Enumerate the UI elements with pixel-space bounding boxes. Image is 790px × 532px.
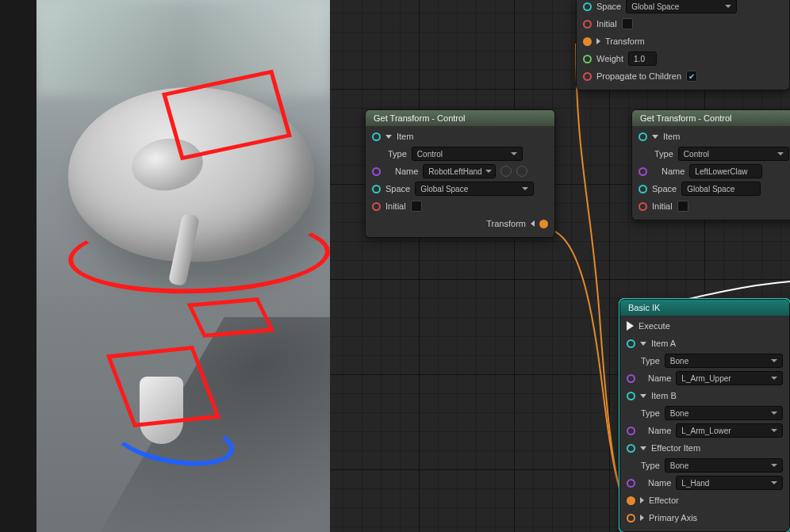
dropdown-space[interactable]: Global Space [626,0,737,13]
pin-in[interactable] [372,167,381,176]
label-initial: Initial [385,201,406,211]
viewport-3d[interactable] [36,0,330,532]
dropdown-name[interactable]: L_Hand [676,476,783,490]
label-space: Space [652,184,677,193]
collapse-icon[interactable] [640,446,646,450]
label-name: Name [395,166,418,176]
node-basic-ik[interactable]: Basic IK Execute Item A Type Bone Name L… [619,299,790,532]
pin-in[interactable] [627,392,635,400]
label-space: Space [596,2,621,11]
label-type: Type [654,149,673,159]
search-icon[interactable] [516,166,527,177]
dropdown-type[interactable]: Bone [665,406,783,420]
pin-in-effector[interactable] [627,496,635,505]
viewport-background [36,0,330,95]
label-name: Name [662,166,685,176]
label-item-a: Item A [651,339,676,348]
dropdown-name[interactable]: RobotLeftHand [423,164,496,178]
label-primary-axis: Primary Axis [649,513,697,522]
node-title: Get Transform - Control [366,110,554,126]
label-type: Type [641,356,660,366]
label-transform-out: Transform [486,219,526,228]
label-name: Name [648,478,671,488]
pin-in-transform[interactable] [583,37,592,46]
expand-icon[interactable] [640,497,644,503]
collapse-icon[interactable] [640,342,646,346]
pin-in[interactable] [639,132,647,141]
pin-in[interactable] [639,185,647,193]
pin-in[interactable] [372,202,381,211]
dropdown-type[interactable]: Bone [665,458,783,473]
pin-in[interactable] [639,202,647,211]
checkbox-initial[interactable] [622,18,633,29]
expand-icon[interactable] [596,38,600,44]
pin-out-transform[interactable] [539,220,548,228]
label-item-b: Item B [651,391,677,400]
pin-in[interactable] [627,427,635,435]
node-get-transform-control[interactable]: Get Transform - Control Item Type Contro… [631,109,790,220]
pin-in[interactable] [627,374,635,383]
label-weight: Weight [596,54,623,63]
pin-in[interactable] [372,185,381,193]
checkbox-initial[interactable] [677,201,688,212]
collapse-icon[interactable] [640,394,646,398]
pin-in[interactable] [627,479,635,488]
link-icon[interactable] [500,166,512,177]
dropdown-type[interactable]: Control [678,147,789,161]
dropdown-name[interactable]: LeftLowerClaw [689,164,762,178]
checkbox-propagate[interactable]: ✔ [686,71,697,82]
pin-exec-in[interactable] [627,321,634,331]
pin-in[interactable] [583,2,592,11]
pin-in[interactable] [583,20,592,29]
collapse-icon[interactable] [652,135,658,139]
dropdown-name[interactable]: L_Arm_Upper [676,371,783,385]
label-name: Name [648,373,671,383]
control-gizmo-box[interactable] [187,297,275,338]
label-transform: Transform [605,36,645,46]
label-item: Item [397,132,413,141]
checkbox-initial[interactable] [411,201,422,212]
dropdown-name[interactable]: L_Arm_Lower [676,423,783,438]
label-type: Type [641,461,660,470]
label-execute: Execute [639,321,670,331]
dropdown-space[interactable]: Global Space [415,182,534,196]
pin-in[interactable] [627,339,635,348]
pin-in[interactable] [627,444,635,453]
label-type: Type [388,149,407,159]
node-title: Basic IK [620,300,789,316]
pin-in[interactable] [627,514,635,522]
pin-in[interactable] [583,72,592,81]
node-title: Get Transform - Control [632,110,790,126]
node-set-transform[interactable]: Space Global Space Initial Transform Wei… [576,0,790,90]
expand-icon[interactable] [640,515,644,521]
dropdown-space[interactable]: Global Space [681,182,761,196]
collapse-icon[interactable] [385,135,392,139]
label-initial: Initial [596,19,617,29]
label-space: Space [385,184,410,193]
input-weight[interactable]: 1.0 [628,52,657,66]
pin-in[interactable] [639,167,647,176]
pin-in[interactable] [583,55,592,63]
collapse-icon[interactable] [531,220,535,227]
node-graph[interactable]: Space Global Space Initial Transform Wei… [330,0,790,532]
label-type: Type [641,408,660,418]
label-initial: Initial [652,201,673,211]
label-item: Item [663,132,680,141]
node-get-transform-control[interactable]: Get Transform - Control Item Type Contro… [365,109,555,238]
label-effector: Effector [649,496,679,505]
pin-in[interactable] [372,132,381,141]
dropdown-type[interactable]: Control [412,147,523,161]
label-propagate: Propagate to Children [596,71,681,81]
label-effector-item: Effector Item [651,443,700,453]
dropdown-type[interactable]: Bone [665,354,783,368]
label-name: Name [648,426,671,435]
